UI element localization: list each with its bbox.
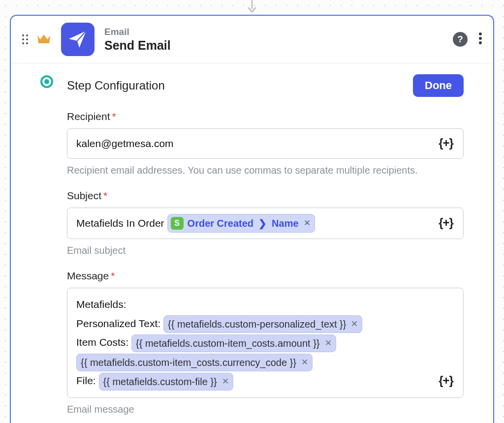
required-mark: * bbox=[111, 270, 115, 281]
recipient-value: kalen@getmesa.com bbox=[76, 135, 174, 152]
svg-point-5 bbox=[22, 42, 24, 44]
message-line5-prefix: File: bbox=[76, 375, 99, 386]
message-line2-prefix: Personalized Text: bbox=[76, 318, 163, 329]
field-message: Message* Metafields: Personalized Text: … bbox=[67, 270, 464, 415]
remove-token-icon[interactable]: ✕ bbox=[301, 356, 308, 369]
variable-token-item-costs-amount[interactable]: {{ metafields.custom-item_costs.amount }… bbox=[131, 334, 336, 352]
svg-point-4 bbox=[26, 38, 28, 40]
recipient-helper: Recipient email addresses. You can use c… bbox=[67, 165, 464, 176]
token-text: {{ metafields.custom-item_costs.currency… bbox=[81, 355, 296, 370]
subject-prefix-text: Metafields In Order bbox=[76, 214, 164, 232]
subject-helper: Email subject bbox=[67, 245, 464, 256]
message-label-text: Message bbox=[67, 270, 109, 281]
field-recipient: Recipient* kalen@getmesa.com {+} Recipie… bbox=[67, 111, 464, 176]
drag-handle-icon[interactable] bbox=[22, 34, 29, 45]
done-button[interactable]: Done bbox=[413, 74, 464, 97]
recipient-label: Recipient* bbox=[67, 111, 464, 122]
remove-token-icon[interactable]: ✕ bbox=[325, 337, 332, 350]
section-title: Step Configuration bbox=[67, 79, 165, 92]
chevron-right-icon: ❯ bbox=[257, 216, 268, 231]
remove-token-icon[interactable]: ✕ bbox=[351, 318, 358, 331]
app-email-icon bbox=[61, 23, 94, 56]
remove-token-icon[interactable]: ✕ bbox=[304, 217, 311, 230]
token-text: {{ metafields.custom-personalized_text }… bbox=[168, 317, 346, 332]
token-text: {{ metafields.custom-file }} bbox=[103, 374, 217, 389]
required-mark: * bbox=[112, 111, 116, 122]
svg-point-9 bbox=[479, 41, 482, 44]
token-field: Name bbox=[272, 216, 298, 231]
message-helper: Email message bbox=[67, 404, 464, 415]
step-indicator-icon bbox=[40, 75, 53, 88]
recipient-input[interactable]: kalen@getmesa.com {+} bbox=[67, 128, 464, 159]
message-line1: Metafields: bbox=[76, 299, 126, 310]
variable-token-file[interactable]: {{ metafields.custom-file }} ✕ bbox=[99, 373, 233, 391]
crown-icon bbox=[36, 32, 51, 46]
step-card: Email Send Email ? Step Configuration Do… bbox=[10, 15, 494, 423]
remove-token-icon[interactable]: ✕ bbox=[222, 375, 229, 388]
insert-variable-button[interactable]: {+} bbox=[436, 215, 456, 231]
variable-token-item-costs-currency[interactable]: {{ metafields.custom-item_costs.currency… bbox=[76, 354, 313, 371]
subject-label: Subject* bbox=[67, 190, 464, 202]
flow-arrow-icon bbox=[247, 0, 257, 16]
token-text: {{ metafields.custom-item_costs.amount }… bbox=[136, 336, 320, 351]
svg-point-7 bbox=[479, 32, 482, 35]
message-input[interactable]: Metafields: Personalized Text: {{ metafi… bbox=[67, 288, 464, 398]
recipient-label-text: Recipient bbox=[67, 111, 110, 122]
app-category-label: Email bbox=[104, 27, 453, 37]
svg-point-3 bbox=[22, 38, 24, 40]
variable-token-personalized-text[interactable]: {{ metafields.custom-personalized_text }… bbox=[163, 315, 362, 333]
svg-point-8 bbox=[479, 37, 482, 40]
required-mark: * bbox=[103, 190, 107, 201]
variable-token-order-name[interactable]: S Order Created ❯ Name ✕ bbox=[167, 214, 315, 233]
shopify-icon: S bbox=[171, 217, 184, 230]
insert-variable-button[interactable]: {+} bbox=[436, 373, 456, 389]
help-icon[interactable]: ? bbox=[453, 32, 468, 47]
card-header: Email Send Email ? bbox=[11, 16, 493, 63]
step-title: Send Email bbox=[104, 38, 453, 53]
insert-variable-button[interactable]: {+} bbox=[436, 136, 456, 151]
svg-point-2 bbox=[26, 34, 28, 36]
subject-input[interactable]: Metafields In Order S Order Created ❯ Na… bbox=[67, 208, 464, 239]
more-menu-icon[interactable] bbox=[478, 32, 482, 47]
svg-point-1 bbox=[22, 34, 24, 36]
subject-label-text: Subject bbox=[67, 190, 101, 201]
svg-point-6 bbox=[26, 42, 28, 44]
token-source: Order Created bbox=[188, 216, 254, 231]
message-label: Message* bbox=[67, 270, 464, 282]
field-subject: Subject* Metafields In Order S Order Cre… bbox=[67, 190, 464, 256]
message-line3-prefix: Item Costs: bbox=[76, 336, 131, 348]
